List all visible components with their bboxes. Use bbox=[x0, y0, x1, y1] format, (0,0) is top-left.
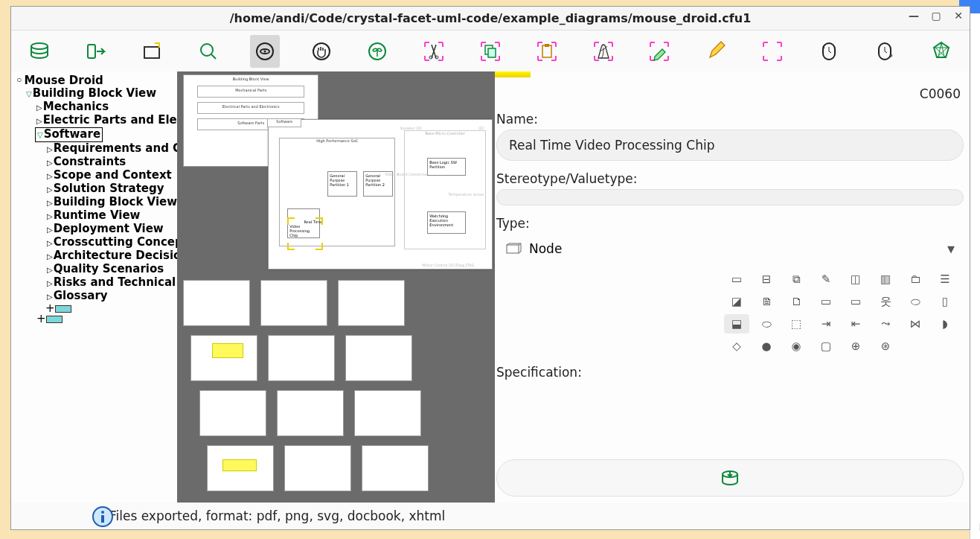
palette-item[interactable]: ▭ bbox=[843, 292, 868, 311]
tree-child[interactable]: Building Block View bbox=[54, 195, 177, 208]
palette-item[interactable]: 🗋 bbox=[784, 292, 809, 311]
palette-item[interactable]: ⇥ bbox=[813, 314, 839, 334]
diagram-canvas[interactable]: Building Block View Mechanical Parts Ele… bbox=[177, 71, 495, 503]
edit-icon[interactable] bbox=[701, 35, 731, 68]
db-icon[interactable] bbox=[25, 35, 54, 68]
close-button[interactable]: ✕ bbox=[952, 10, 965, 22]
child-thumb[interactable] bbox=[183, 280, 250, 326]
highlight-icon[interactable] bbox=[644, 35, 674, 68]
properties-panel: C0060 Name: Real Time Video Processing C… bbox=[495, 71, 970, 503]
palette-item[interactable]: ⬭ bbox=[903, 292, 928, 311]
child-thumb[interactable] bbox=[354, 390, 421, 436]
child-thumb[interactable] bbox=[207, 445, 274, 491]
tree-child[interactable]: Requirements and Goals bbox=[54, 141, 178, 155]
palette-item[interactable]: 🗎 bbox=[754, 292, 779, 311]
child-thumb[interactable] bbox=[362, 445, 429, 491]
tree-item-software[interactable]: Software bbox=[44, 127, 100, 141]
tree-child[interactable]: Risks and Technical Debts bbox=[54, 275, 178, 289]
tree-child[interactable]: Architecture Decisions bbox=[54, 249, 178, 262]
palette-item[interactable]: ▭ bbox=[724, 270, 749, 289]
child-thumb[interactable] bbox=[190, 335, 257, 381]
palette-item[interactable]: ◪ bbox=[724, 292, 749, 311]
palette-item[interactable]: ⊕ bbox=[843, 337, 868, 356]
node-baselogic[interactable]: Base Logic SW Partition bbox=[427, 158, 466, 176]
search-icon[interactable] bbox=[193, 35, 223, 68]
node-gp1[interactable]: General Purpose Partition 1 bbox=[327, 171, 357, 197]
palette-item[interactable]: ⧉ bbox=[784, 270, 809, 289]
tree-root[interactable]: Mouse Droid bbox=[16, 74, 176, 87]
name-input[interactable]: Real Time Video Processing Chip bbox=[496, 130, 964, 161]
tree-child[interactable]: Deployment View bbox=[54, 222, 164, 235]
hand-icon[interactable] bbox=[307, 35, 336, 68]
palette-item[interactable]: ⋈ bbox=[903, 314, 928, 334]
content-area: Mouse Droid Building Block View Mechanic… bbox=[11, 71, 970, 503]
palette-item[interactable]: ▯ bbox=[932, 292, 958, 311]
tree-child[interactable]: Scope and Context bbox=[54, 168, 172, 182]
tree-child[interactable]: Constraints bbox=[54, 155, 126, 168]
redo-icon[interactable] bbox=[870, 35, 900, 68]
tree-l1-building-block[interactable]: Building Block View bbox=[33, 86, 156, 100]
maximize-button[interactable]: ▢ bbox=[929, 10, 943, 22]
node-watchdog[interactable]: Watchdog Execution Environment bbox=[427, 211, 466, 234]
tree-child[interactable]: Solution Strategy bbox=[54, 182, 164, 195]
svg-point-3 bbox=[201, 44, 213, 56]
paste-icon[interactable] bbox=[532, 35, 562, 68]
undo-icon[interactable] bbox=[814, 35, 844, 68]
palette-item[interactable]: ⊛ bbox=[873, 337, 898, 356]
child-thumb[interactable] bbox=[338, 280, 405, 326]
child-thumb[interactable] bbox=[277, 390, 344, 436]
statusbar: Files exported, format: pdf, png, svg, d… bbox=[11, 503, 970, 529]
type-label: Type: bbox=[496, 216, 964, 231]
view-icon[interactable] bbox=[250, 35, 280, 68]
palette-item[interactable]: 웃 bbox=[873, 292, 898, 311]
about-icon[interactable] bbox=[926, 35, 956, 68]
tree-child[interactable]: Quality Scenarios bbox=[54, 262, 164, 275]
palette-item[interactable]: ⬭ bbox=[754, 314, 779, 334]
palette-item[interactable]: 🗀 bbox=[903, 270, 928, 289]
palette-item[interactable]: ▢ bbox=[813, 337, 839, 356]
palette-item[interactable]: ◉ bbox=[784, 337, 809, 356]
child-thumb[interactable] bbox=[268, 335, 335, 381]
export-icon[interactable] bbox=[81, 35, 111, 68]
palette-item[interactable]: ◗ bbox=[932, 314, 958, 334]
palette-item[interactable]: ◫ bbox=[843, 270, 868, 289]
palette-item[interactable]: ⇤ bbox=[843, 314, 868, 334]
new-window-icon[interactable] bbox=[138, 35, 167, 68]
child-thumb[interactable] bbox=[199, 390, 266, 436]
minimize-button[interactable]: — bbox=[907, 10, 920, 22]
node-rt-chip[interactable]: Real Time Video Processing Chip bbox=[287, 208, 320, 238]
copy-icon[interactable] bbox=[475, 35, 505, 68]
type-dropdown[interactable]: Node ▼ bbox=[496, 234, 964, 264]
stereotype-label: Stereotype/Valuetype: bbox=[496, 171, 964, 186]
palette-item[interactable]: ● bbox=[754, 337, 779, 356]
titlebar: /home/andi/Code/crystal-facet-uml-code/e… bbox=[11, 7, 970, 31]
palette-item[interactable]: ⬚ bbox=[784, 314, 809, 334]
tree-child[interactable]: Glossary bbox=[54, 289, 108, 302]
palette-item[interactable]: ⤳ bbox=[873, 314, 898, 334]
svg-point-0 bbox=[31, 43, 48, 49]
plant-icon[interactable] bbox=[363, 35, 393, 68]
child-thumb[interactable] bbox=[345, 335, 412, 381]
tree-child[interactable]: Crosscutting Concepts bbox=[54, 235, 178, 249]
stereotype-input[interactable] bbox=[496, 189, 964, 205]
palette-item[interactable]: ✎ bbox=[813, 270, 839, 289]
child-thumb[interactable] bbox=[284, 445, 351, 491]
palette-item[interactable]: ☰ bbox=[932, 270, 958, 289]
palette-item-node[interactable]: ⬓ bbox=[724, 314, 749, 334]
child-thumb[interactable] bbox=[260, 280, 327, 326]
palette-item[interactable]: ◇ bbox=[724, 337, 749, 356]
tree-item-mechanics[interactable]: Mechanics bbox=[43, 100, 109, 113]
palette-item[interactable]: ▭ bbox=[813, 292, 839, 311]
tree-add-sibling[interactable]: + bbox=[36, 313, 176, 324]
palette-item[interactable]: ⊟ bbox=[754, 270, 779, 289]
selection-indicator bbox=[495, 71, 531, 77]
delete-icon[interactable] bbox=[589, 35, 618, 68]
palette-item[interactable]: ▥ bbox=[873, 270, 898, 289]
tree-add-child[interactable]: + bbox=[45, 303, 176, 313]
commit-button[interactable] bbox=[496, 459, 964, 497]
reset-selection-icon[interactable] bbox=[758, 35, 787, 68]
cut-icon[interactable] bbox=[419, 35, 449, 68]
current-diagram[interactable]: Software High Performance SoC Real Time … bbox=[268, 119, 493, 270]
tree-child[interactable]: Runtime View bbox=[54, 208, 141, 222]
tree-item-electric[interactable]: Electric Parts and Electronics bbox=[43, 113, 178, 127]
